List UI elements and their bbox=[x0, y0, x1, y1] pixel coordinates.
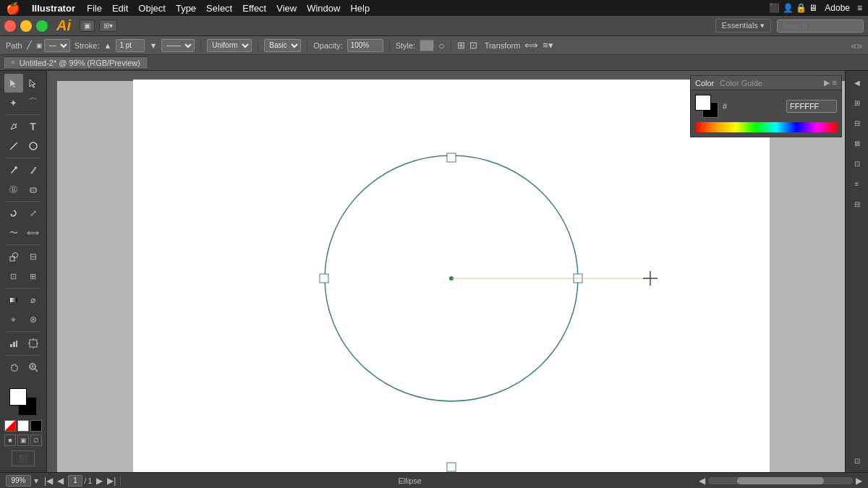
transform-options-btn[interactable]: ⟺ bbox=[524, 40, 538, 51]
selection-tool-btn[interactable] bbox=[4, 74, 23, 93]
warp-btn[interactable]: 〜 bbox=[4, 223, 23, 242]
graph-btn-tool[interactable] bbox=[4, 334, 23, 353]
color-tab[interactable]: Color bbox=[695, 79, 714, 87]
none-fill-btn[interactable]: ∅ bbox=[30, 435, 42, 446]
blend-btn[interactable]: ⌖ bbox=[4, 310, 23, 329]
eraser-btn[interactable] bbox=[24, 180, 43, 199]
eyedropper-btn[interactable]: ⌀ bbox=[24, 291, 43, 309]
menu-select[interactable]: Select bbox=[206, 3, 232, 14]
anchor-left[interactable] bbox=[320, 274, 328, 283]
zoom-arrow-btn[interactable]: ▾ bbox=[33, 476, 40, 486]
document-setup-btn[interactable]: ▣ bbox=[80, 20, 95, 32]
svg-line-18 bbox=[35, 369, 38, 372]
white-swatch[interactable] bbox=[17, 420, 29, 432]
direct-selection-tool-btn[interactable] bbox=[24, 74, 43, 93]
menu-window[interactable]: Window bbox=[307, 3, 340, 14]
right-panel-btn-3[interactable]: ⊟ bbox=[848, 114, 866, 132]
extra-options-btn[interactable]: ≡▾ bbox=[542, 40, 553, 51]
magic-wand-btn[interactable]: ✦ bbox=[4, 93, 23, 112]
color-spectrum-bar[interactable] bbox=[695, 122, 837, 132]
right-panels: ◀ ⊞ ⊟ ⊠ ⊡ ≡ ⊟ ⊡ bbox=[845, 71, 868, 472]
scroll-right-btn[interactable]: ▶ bbox=[856, 476, 862, 486]
foreground-swatch[interactable] bbox=[9, 388, 27, 406]
right-panel-btn-1[interactable]: ◀ bbox=[848, 74, 866, 91]
none-swatch[interactable] bbox=[4, 420, 16, 432]
mesh-btn[interactable]: ⊞ bbox=[24, 267, 43, 286]
prev-btn[interactable]: ◀ bbox=[57, 476, 64, 486]
style-circle-btn[interactable]: ○ bbox=[438, 40, 444, 51]
right-panel-btn-6[interactable]: ≡ bbox=[848, 175, 866, 192]
graph-btn[interactable]: ⊡ bbox=[469, 40, 477, 51]
perspective-btn[interactable]: ⊡ bbox=[4, 267, 23, 286]
style-swatch[interactable] bbox=[420, 40, 434, 51]
menu-object[interactable]: Object bbox=[138, 3, 166, 14]
right-panel-btn-5[interactable]: ⊡ bbox=[848, 155, 866, 172]
tab-close[interactable]: × bbox=[11, 59, 15, 67]
right-panel-btn-4[interactable]: ⊠ bbox=[848, 134, 866, 152]
panel-fg-swatch[interactable] bbox=[695, 95, 711, 111]
hex-input[interactable] bbox=[786, 100, 837, 113]
pen-tool-btn[interactable] bbox=[4, 117, 23, 136]
canvas-document[interactable] bbox=[133, 80, 770, 472]
blob-brush-btn[interactable]: Ⓑ bbox=[4, 180, 23, 199]
pencil-btn[interactable] bbox=[24, 160, 43, 179]
paintbrush-btn[interactable] bbox=[4, 160, 23, 179]
live-paint-btn[interactable]: ⊟ bbox=[24, 247, 43, 266]
zoom-input[interactable] bbox=[6, 475, 31, 487]
canvas-paper[interactable] bbox=[57, 81, 845, 472]
menu-effect[interactable]: Effect bbox=[242, 3, 266, 14]
menu-view[interactable]: View bbox=[276, 3, 297, 14]
search-input[interactable] bbox=[777, 20, 864, 33]
lasso-btn[interactable]: ⌒ bbox=[24, 93, 43, 112]
menu-edit[interactable]: Edit bbox=[112, 3, 128, 14]
type-tool-btn[interactable]: T bbox=[24, 117, 43, 136]
opacity-input[interactable] bbox=[347, 39, 383, 52]
ellipse-tool-btn[interactable] bbox=[24, 137, 43, 155]
fill-btn[interactable]: ■ bbox=[4, 435, 16, 446]
screen-mode-btn[interactable]: ⬛ bbox=[12, 450, 35, 466]
panel-menu-icon[interactable]: ≡ bbox=[833, 78, 837, 87]
symbol-spray-btn[interactable]: ⊛ bbox=[24, 310, 43, 329]
stroke-value-input[interactable] bbox=[116, 39, 145, 52]
window-maximize-button[interactable] bbox=[36, 20, 48, 32]
anchor-top[interactable] bbox=[447, 153, 456, 162]
basic-select[interactable]: Basic bbox=[264, 39, 301, 52]
window-close-button[interactable] bbox=[4, 20, 16, 32]
right-panel-btn-8[interactable]: ⊡ bbox=[848, 452, 866, 469]
anchor-bottom[interactable] bbox=[447, 463, 456, 471]
menu-help[interactable]: Help bbox=[350, 3, 370, 14]
shape-builder-btn[interactable] bbox=[4, 247, 23, 266]
arrange-btn[interactable]: ⊞▾ bbox=[99, 20, 117, 32]
color-guide-tab[interactable]: Color Guide bbox=[720, 79, 762, 87]
essentials-button[interactable]: Essentials ▾ bbox=[715, 19, 771, 33]
zoom-tool-btn[interactable] bbox=[24, 358, 43, 377]
width-btn[interactable]: ⟺ bbox=[24, 223, 43, 242]
horizontal-scrollbar[interactable] bbox=[708, 477, 853, 484]
scale-btn[interactable]: ⤢ bbox=[24, 204, 43, 223]
right-panel-btn-7[interactable]: ⊟ bbox=[848, 195, 866, 213]
panel-expand-icon[interactable]: ▶ bbox=[824, 78, 830, 87]
right-panel-btn-2[interactable]: ⊞ bbox=[848, 94, 866, 111]
rotate-btn[interactable] bbox=[4, 204, 23, 223]
scroll-left-btn[interactable]: ◀ bbox=[699, 476, 705, 486]
grid-btn[interactable]: ⊞ bbox=[457, 40, 465, 51]
hand-tool-btn[interactable] bbox=[4, 358, 23, 377]
scroll-thumb[interactable] bbox=[737, 477, 824, 484]
stroke-type-select[interactable]: — bbox=[44, 39, 70, 52]
next-btn[interactable]: ▶ bbox=[96, 476, 103, 486]
black-swatch[interactable] bbox=[30, 420, 42, 432]
artboard-btn[interactable] bbox=[24, 334, 43, 353]
gradient-btn[interactable] bbox=[4, 291, 23, 309]
stroke-dropdown[interactable]: —— bbox=[161, 39, 195, 52]
window-minimize-button[interactable] bbox=[20, 20, 32, 32]
menu-type[interactable]: Type bbox=[176, 3, 196, 14]
gradient-swatch-btn[interactable]: ▣ bbox=[17, 435, 29, 446]
menu-file[interactable]: File bbox=[87, 3, 102, 14]
line-tool-btn[interactable] bbox=[4, 137, 23, 155]
uniform-select[interactable]: Uniform bbox=[207, 39, 252, 52]
document-tab[interactable]: × Untitled-2* @ 99% (RGB/Preview) bbox=[3, 56, 148, 69]
next-frame-btn[interactable]: ▶| bbox=[107, 476, 116, 486]
page-input[interactable] bbox=[68, 475, 82, 487]
prev-frame-btn[interactable]: |◀ bbox=[44, 476, 53, 486]
apple-menu[interactable]: 🍎 bbox=[6, 1, 20, 15]
